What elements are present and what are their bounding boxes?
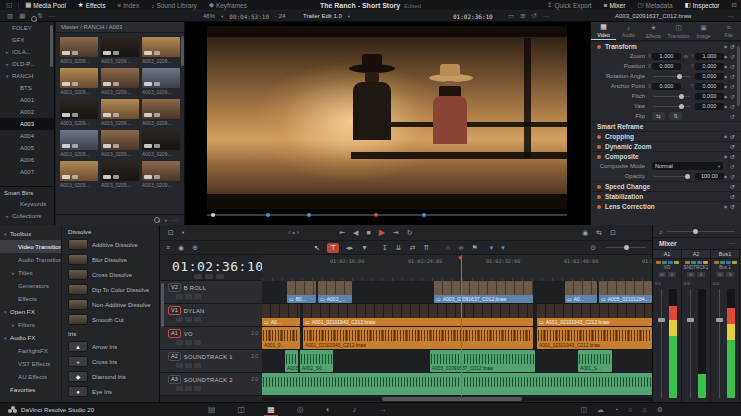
solo-button[interactable]: S	[726, 272, 734, 277]
input-chip[interactable]	[714, 261, 719, 264]
pan-chip[interactable]	[732, 261, 737, 264]
cropping-section-header[interactable]: Cropping ◆ ↺	[591, 131, 741, 141]
fader-handle[interactable]	[687, 318, 694, 322]
media-clip[interactable]: A003_0209...	[142, 68, 180, 95]
solo-button[interactable]: S	[668, 272, 676, 277]
keyframe-icon[interactable]: ◆	[724, 94, 727, 99]
lens-correction-section-header[interactable]: Lens Correction ◆ ↺	[591, 201, 741, 211]
dynamics-chip[interactable]	[668, 261, 673, 264]
media-clip[interactable]: A003_0209...	[142, 37, 180, 64]
media-clip[interactable]: A003_0209...	[142, 130, 180, 157]
timeline-marker[interactable]	[422, 213, 426, 217]
page-cut-icon[interactable]: ◫	[238, 405, 246, 414]
anchor-y-field[interactable]: 0.000	[695, 83, 724, 90]
search-icon[interactable]	[154, 217, 160, 223]
zoom-dropdown-icon[interactable]: ▾	[221, 14, 223, 19]
reset-icon[interactable]: ↺	[730, 113, 735, 120]
transition-item[interactable]: Additive Dissolve	[62, 237, 159, 252]
quick-export-button[interactable]: ↥Quick Export	[541, 1, 598, 9]
viewer-scrubber[interactable]	[207, 214, 567, 216]
keyframes-button[interactable]: ◆Keyframes	[203, 1, 253, 9]
page-color-icon[interactable]: ◐	[326, 405, 331, 414]
play-icon[interactable]: ▶	[379, 228, 385, 237]
track-lock-button[interactable]	[176, 317, 183, 322]
smart-bin-keywords[interactable]: Keywords	[0, 198, 54, 210]
timeline-dropdown-icon[interactable]: ▾	[348, 14, 350, 19]
cloud-icon[interactable]: ☁	[597, 406, 604, 414]
link-xy-icon[interactable]: ∞	[681, 53, 691, 59]
timeline-name[interactable]: Trailer Edit 1.0	[303, 13, 342, 19]
bin-iola[interactable]: ▸ IOLA...	[0, 46, 54, 58]
insert-clip-icon[interactable]: ↧	[382, 244, 388, 252]
sort-icon[interactable]: ⇅	[37, 12, 42, 20]
strip-channel-label[interactable]: Bus1	[711, 250, 739, 259]
fx-nav-generators[interactable]: Generators	[0, 279, 61, 292]
rotation-slider[interactable]	[653, 76, 690, 77]
smart-bins-header[interactable]: Smart Bins	[0, 186, 54, 198]
track-enable-button[interactable]	[185, 340, 192, 345]
sync-icon[interactable]: ⇆	[596, 229, 602, 237]
bin-gfx[interactable]: GFX	[0, 34, 54, 46]
enable-toggle[interactable]	[597, 155, 601, 159]
bin-a007[interactable]: A007	[0, 166, 54, 178]
bin-a001[interactable]: A001	[0, 94, 54, 106]
position-y-field[interactable]: 0.000	[695, 63, 724, 70]
opacity-field[interactable]: 100.00	[695, 173, 724, 180]
playhead[interactable]	[461, 255, 462, 396]
stabilization-section-header[interactable]: Stabilization ↺	[591, 191, 741, 201]
marker-color-icon[interactable]: ▾	[501, 244, 505, 252]
video-clip[interactable]: ▭A005_02101284...	[599, 281, 652, 303]
track-lock-button[interactable]	[176, 363, 183, 368]
breadcrumb[interactable]: Master / RANCH / A003	[56, 22, 184, 33]
media-clip[interactable]: A003_0209...	[101, 99, 139, 126]
keyframe-icon[interactable]: ◆	[724, 84, 727, 89]
timeline-horizontal-scrollbar[interactable]	[262, 397, 652, 401]
keyframe-icon[interactable]: ◆	[724, 174, 727, 179]
track-id-badge[interactable]: A3	[168, 375, 181, 384]
page-media-icon[interactable]: ▤	[208, 405, 216, 414]
collab-icon[interactable]: ◫	[580, 406, 587, 414]
bin-bts[interactable]: BTS	[0, 82, 54, 94]
timeline-marker[interactable]	[307, 213, 311, 217]
settings-icon[interactable]: ⚙	[657, 406, 663, 414]
inspector-button[interactable]: ◧Inspector	[679, 1, 726, 9]
reset-icon[interactable]: ↺	[730, 43, 735, 50]
sound-library-button[interactable]: ♪Sound Library	[145, 2, 203, 9]
page-fairlight-icon[interactable]: ♪	[353, 405, 357, 414]
dynamic-trim-icon[interactable]: ◂▸	[346, 244, 353, 252]
page-deliver-icon[interactable]: →	[379, 405, 387, 414]
audio-clip[interactable]: A001_02101943_C212.braw	[537, 327, 652, 349]
timeline-marker[interactable]	[266, 213, 270, 217]
fx-nav-titles[interactable]: ▸ Titles	[0, 266, 61, 279]
index-button[interactable]: ≡Index	[111, 2, 145, 9]
keyframe-icon[interactable]: ◆	[724, 204, 727, 209]
media-pool-scrollbar[interactable]	[181, 36, 184, 66]
project-manager-icon[interactable]: ⌂	[642, 406, 646, 414]
selection-tool-icon[interactable]: ↖	[314, 244, 320, 252]
audio-clip[interactable]: A003_0...	[285, 350, 298, 372]
track-solo-button[interactable]	[194, 340, 201, 345]
workspace-icon[interactable]: ◱	[0, 1, 18, 9]
pan-chip[interactable]	[674, 261, 679, 264]
transform-section-header[interactable]: Transform ◆ ↺	[591, 41, 741, 51]
track-solo-button[interactable]	[194, 294, 201, 299]
fader-handle[interactable]	[716, 318, 723, 322]
enable-toggle[interactable]	[597, 195, 601, 199]
fx-nav-vst-effects[interactable]: VST Effects	[0, 357, 61, 370]
pitch-slider[interactable]	[653, 96, 690, 97]
mixer-button[interactable]: ≡Mixer	[598, 2, 632, 9]
tab-image[interactable]: ▣ Image	[691, 22, 716, 40]
fx-nav-audio-transitions[interactable]: Audio Transitions	[0, 253, 61, 266]
track-id-badge[interactable]: V1	[168, 306, 181, 315]
track-solo-button[interactable]	[194, 317, 201, 322]
yaw-slider[interactable]	[653, 106, 690, 107]
video-clip[interactable]: ▭A003_02091637_C012.braw	[434, 281, 533, 303]
keyframe-icon[interactable]: ◆	[724, 154, 727, 159]
track-v1[interactable]: V1 DYLAN	[160, 304, 262, 326]
audio-monitor-icon[interactable]: ♪	[659, 228, 663, 235]
media-clip[interactable]: A003_0209...	[60, 37, 98, 64]
timeline-view-options-icon[interactable]: ≡	[166, 244, 170, 251]
user-icon[interactable]: ○	[628, 406, 632, 414]
stop-icon[interactable]: ■	[366, 229, 370, 236]
dynamics-chip[interactable]	[697, 261, 702, 264]
